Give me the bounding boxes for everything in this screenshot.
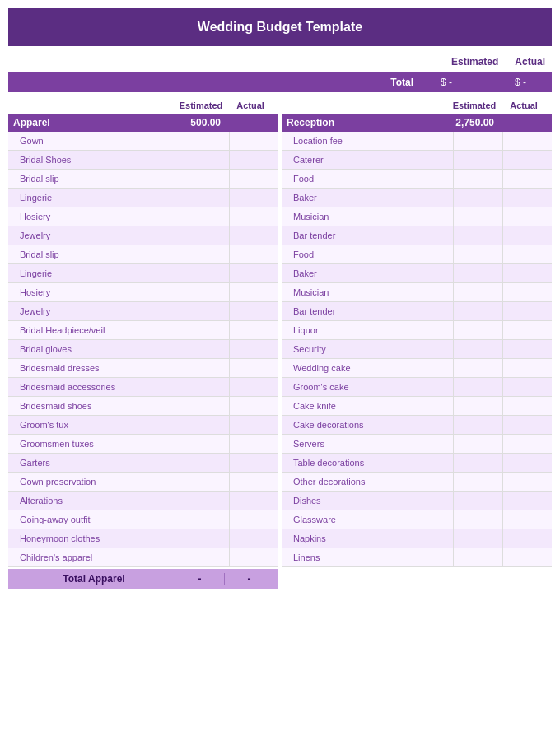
reception-item-estimated[interactable]: [453, 283, 502, 301]
reception-item-estimated[interactable]: [453, 207, 502, 226]
apparel-item-actual[interactable]: [229, 435, 278, 453]
reception-item-actual[interactable]: [502, 321, 552, 339]
reception-item-actual[interactable]: [502, 207, 552, 226]
apparel-item-actual[interactable]: [229, 473, 278, 491]
reception-item-actual[interactable]: [502, 245, 552, 263]
apparel-item-actual[interactable]: [229, 226, 278, 245]
reception-item-actual[interactable]: [502, 416, 552, 434]
apparel-item-estimated[interactable]: [180, 151, 229, 169]
reception-item-label: Food: [282, 248, 453, 261]
apparel-item-estimated[interactable]: [180, 189, 229, 207]
reception-item-actual[interactable]: [502, 378, 552, 396]
apparel-item-estimated[interactable]: [180, 283, 229, 301]
reception-item-estimated[interactable]: [453, 378, 502, 396]
reception-item-actual[interactable]: [502, 454, 552, 472]
reception-item-actual[interactable]: [502, 302, 552, 320]
apparel-item-actual[interactable]: [229, 283, 278, 301]
reception-item-estimated[interactable]: [453, 492, 502, 510]
reception-item-actual[interactable]: [502, 529, 552, 548]
apparel-item-estimated[interactable]: [180, 454, 229, 472]
apparel-item-label: Bridal slip: [8, 172, 180, 185]
apparel-item-actual[interactable]: [229, 264, 278, 282]
apparel-item-estimated[interactable]: [180, 321, 229, 339]
reception-item-actual[interactable]: [502, 359, 552, 377]
reception-section-header: Reception 2,750.00: [282, 114, 552, 132]
reception-item-estimated[interactable]: [453, 264, 502, 282]
reception-item-estimated[interactable]: [453, 226, 502, 245]
apparel-item-actual[interactable]: [229, 510, 278, 529]
reception-item-estimated[interactable]: [453, 416, 502, 434]
apparel-item-estimated[interactable]: [180, 245, 229, 263]
apparel-item-actual[interactable]: [229, 151, 278, 169]
reception-item-actual[interactable]: [502, 132, 552, 150]
reception-item-estimated[interactable]: [453, 132, 502, 150]
reception-item-estimated[interactable]: [453, 151, 502, 169]
apparel-item-actual[interactable]: [229, 397, 278, 415]
reception-item-estimated[interactable]: [453, 510, 502, 529]
apparel-item-actual[interactable]: [229, 170, 278, 188]
reception-item-estimated[interactable]: [453, 170, 502, 188]
apparel-item-estimated[interactable]: [180, 435, 229, 453]
reception-item-estimated[interactable]: [453, 529, 502, 548]
apparel-item-estimated[interactable]: [180, 302, 229, 320]
apparel-item-actual[interactable]: [229, 132, 278, 150]
reception-item-estimated[interactable]: [453, 454, 502, 472]
apparel-item-estimated[interactable]: [180, 207, 229, 226]
apparel-item-actual[interactable]: [229, 207, 278, 226]
apparel-item-estimated[interactable]: [180, 264, 229, 282]
reception-item-estimated[interactable]: [453, 321, 502, 339]
reception-item-actual[interactable]: [502, 435, 552, 453]
reception-item-actual[interactable]: [502, 473, 552, 491]
reception-item-actual[interactable]: [502, 283, 552, 301]
reception-item-actual[interactable]: [502, 151, 552, 169]
apparel-item-actual[interactable]: [229, 321, 278, 339]
apparel-item-estimated[interactable]: [180, 548, 229, 566]
apparel-item-estimated[interactable]: [180, 397, 229, 415]
apparel-item-actual[interactable]: [229, 492, 278, 510]
reception-item-estimated[interactable]: [453, 397, 502, 415]
apparel-item-actual[interactable]: [229, 529, 278, 548]
apparel-item-actual[interactable]: [229, 454, 278, 472]
reception-item-label: Musician: [282, 286, 453, 299]
apparel-item-actual[interactable]: [229, 245, 278, 263]
reception-item-estimated[interactable]: [453, 189, 502, 207]
apparel-item-estimated[interactable]: [180, 473, 229, 491]
reception-item-estimated[interactable]: [453, 245, 502, 263]
reception-item-estimated[interactable]: [453, 548, 502, 566]
apparel-item-estimated[interactable]: [180, 492, 229, 510]
reception-item-estimated[interactable]: [453, 302, 502, 320]
reception-item-actual[interactable]: [502, 548, 552, 566]
reception-item-actual[interactable]: [502, 340, 552, 358]
apparel-item-estimated[interactable]: [180, 416, 229, 434]
reception-item-estimated[interactable]: [453, 435, 502, 453]
reception-item-label: Baker: [282, 191, 453, 204]
reception-item-actual[interactable]: [502, 510, 552, 529]
apparel-item-estimated[interactable]: [180, 132, 229, 150]
reception-item-actual[interactable]: [502, 492, 552, 510]
reception-item-label: Linens: [282, 551, 453, 564]
apparel-item-estimated[interactable]: [180, 510, 229, 529]
apparel-item-actual[interactable]: [229, 416, 278, 434]
reception-item-estimated[interactable]: [453, 473, 502, 491]
apparel-item-estimated[interactable]: [180, 170, 229, 188]
reception-item-actual[interactable]: [502, 189, 552, 207]
apparel-item-actual[interactable]: [229, 378, 278, 396]
apparel-item-estimated[interactable]: [180, 226, 229, 245]
apparel-item-estimated[interactable]: [180, 359, 229, 377]
reception-row: Wedding cake: [282, 359, 552, 378]
apparel-item-actual[interactable]: [229, 548, 278, 566]
reception-item-estimated[interactable]: [453, 359, 502, 377]
apparel-item-actual[interactable]: [229, 302, 278, 320]
reception-item-actual[interactable]: [502, 170, 552, 188]
reception-item-estimated[interactable]: [453, 340, 502, 358]
apparel-item-actual[interactable]: [229, 189, 278, 207]
apparel-total-estimated: -: [175, 573, 224, 585]
apparel-item-actual[interactable]: [229, 359, 278, 377]
apparel-item-estimated[interactable]: [180, 340, 229, 358]
reception-item-actual[interactable]: [502, 226, 552, 245]
apparel-item-estimated[interactable]: [180, 529, 229, 548]
reception-item-actual[interactable]: [502, 397, 552, 415]
apparel-item-actual[interactable]: [229, 340, 278, 358]
reception-item-actual[interactable]: [502, 264, 552, 282]
apparel-item-estimated[interactable]: [180, 378, 229, 396]
